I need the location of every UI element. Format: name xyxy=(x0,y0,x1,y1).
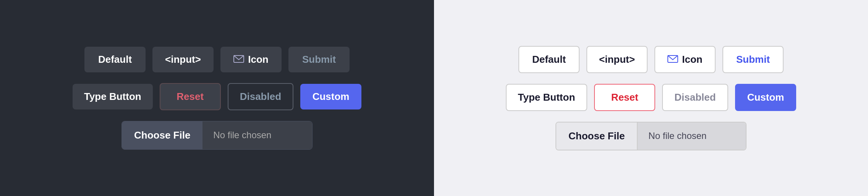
light-file-input[interactable]: Choose File No file chosen xyxy=(555,122,747,150)
dark-row-1: Default <input> Icon Submit xyxy=(84,47,350,72)
light-no-file-label: No file chosen xyxy=(638,122,746,150)
light-panel: Default <input> Icon Submit Type Button … xyxy=(434,0,868,196)
light-input-button[interactable]: <input> xyxy=(586,46,648,73)
light-default-button[interactable]: Default xyxy=(518,46,580,73)
light-submit-button[interactable]: Submit xyxy=(722,46,784,73)
light-reset-button[interactable]: Reset xyxy=(594,84,655,111)
light-file-row: Choose File No file chosen xyxy=(555,122,747,150)
light-row-2: Type Button Reset Disabled Custom xyxy=(506,84,797,111)
light-choose-file-button[interactable]: Choose File xyxy=(556,122,638,150)
mail-icon-light xyxy=(667,54,678,65)
dark-submit-button[interactable]: Submit xyxy=(288,47,350,72)
dark-no-file-label: No file chosen xyxy=(202,121,312,149)
light-custom-button[interactable]: Custom xyxy=(735,84,797,111)
light-disabled-button: Disabled xyxy=(662,84,728,111)
light-type-button[interactable]: Type Button xyxy=(506,84,588,111)
dark-input-button[interactable]: <input> xyxy=(152,47,214,72)
light-row-1: Default <input> Icon Submit xyxy=(518,46,784,73)
dark-file-row: Choose File No file chosen xyxy=(121,121,313,150)
light-icon-button[interactable]: Icon xyxy=(654,46,716,73)
dark-default-button[interactable]: Default xyxy=(84,47,146,72)
dark-choose-file-button[interactable]: Choose File xyxy=(122,121,202,149)
dark-disabled-button: Disabled xyxy=(228,83,293,110)
dark-icon-button[interactable]: Icon xyxy=(220,47,282,72)
dark-custom-button[interactable]: Custom xyxy=(300,84,361,109)
mail-icon xyxy=(233,54,244,65)
dark-row-2: Type Button Reset Disabled Custom xyxy=(73,83,361,110)
dark-file-input[interactable]: Choose File No file chosen xyxy=(121,121,313,150)
dark-type-button[interactable]: Type Button xyxy=(73,84,153,109)
dark-icon-label: Icon xyxy=(248,54,268,65)
light-icon-label: Icon xyxy=(682,54,702,65)
dark-reset-button[interactable]: Reset xyxy=(160,83,221,110)
dark-panel: Default <input> Icon Submit Type Button … xyxy=(0,0,434,196)
